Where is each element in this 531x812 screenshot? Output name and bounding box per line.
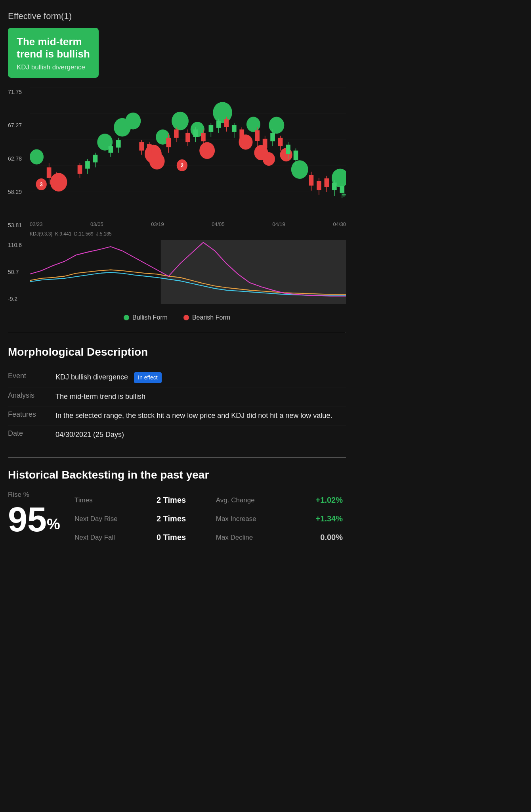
big-number: 95 [8,502,47,537]
kdj-mid: 50.7 [8,269,30,275]
svg-rect-45 [139,142,144,151]
kdj-high: 110.6 [8,242,30,248]
date-0223: 02/23 [30,221,43,227]
svg-rect-49 [166,138,171,147]
bearish-dot [183,315,189,320]
stat-metaval-1: +1.34% [290,509,346,528]
rise-label: Rise % [8,491,71,499]
in-effect-badge: In effect [134,372,162,383]
svg-rect-71 [263,139,267,148]
backtesting-title: Historical Backtesting in the past year [8,469,346,481]
svg-text:3: 3 [40,182,43,188]
kdj-chart: 110.6 50.7 -9.2 [8,240,346,304]
stat-value-1: 2 Times [153,509,213,528]
big-pct: % [47,516,60,533]
desc-row-date: Date 04/30/2021 (25 Days) [8,425,346,444]
features-val: In the selected range, the stock hit a n… [55,406,346,425]
page-title: Effective form(1) [8,11,346,21]
svg-rect-85 [325,178,329,187]
morphological-title: Morphological Description [8,343,346,358]
date-0430: 04/30 [333,221,346,227]
svg-rect-51 [174,130,179,138]
svg-rect-89 [340,186,344,193]
svg-rect-55 [193,130,198,137]
candlestick-area: 3 2 [30,87,346,218]
rise-percent-col: Rise % 95 % [8,491,71,537]
svg-rect-59 [209,125,214,132]
kdj-low: -9.2 [8,296,30,302]
signal-label: KDJ bullish divergence [17,63,90,71]
trend-text: The mid-termtrend is bullish [17,36,90,60]
svg-point-13 [213,102,232,123]
date-0305: 03/05 [90,221,103,227]
svg-text:2: 2 [181,163,183,169]
svg-rect-87 [332,183,337,190]
stat-metalabel-2: Max Decline [213,528,290,547]
kdj-indicator: KDJ(9,3,3) K:9.441 D:11.569 J:5.185 [30,231,112,237]
svg-point-21 [199,142,215,159]
stat-label-0: Times [71,491,153,509]
svg-rect-77 [286,145,290,154]
price-labels: 71.75 67.27 62.78 58.29 53.81 [8,87,30,230]
svg-point-9 [125,113,141,130]
stat-metalabel-1: Max Increase [213,509,290,528]
svg-rect-35 [78,165,82,174]
svg-rect-47 [147,144,152,153]
stat-value-2: 0 Times [153,528,213,547]
svg-rect-81 [309,175,314,186]
svg-rect-79 [294,151,298,160]
legend-bullish: Bullish Form [124,314,168,321]
stat-metaval-0: +1.02% [290,491,346,509]
svg-rect-41 [109,146,113,153]
svg-rect-43 [116,140,121,147]
price-62: 62.78 [8,155,30,162]
svg-point-20 [149,153,165,170]
svg-point-14 [246,117,260,132]
svg-rect-37 [85,161,90,169]
stat-row-0: Times 2 Times Avg. Change +1.02% [71,491,346,509]
date-key: Date [8,425,55,444]
event-val: KDJ bullish divergence In effect [55,368,346,387]
date-0419: 04/19 [272,221,285,227]
bullish-label: Bullish Form [132,314,168,321]
svg-rect-39 [93,155,98,163]
kdj-labels: 110.6 50.7 -9.2 [8,240,30,304]
stat-row-2: Next Day Fall 0 Times Max Decline 0.00% [71,528,346,547]
svg-rect-75 [278,138,283,146]
backtesting-layout: Rise % 95 % Times 2 Times Avg. Change +1… [8,491,346,547]
bearish-label: Bearish Form [192,314,230,321]
svg-point-11 [172,112,189,130]
kdj-label-row: KDJ(9,3,3) K:9.441 D:11.569 J:5.185 [8,230,346,239]
page-container: Effective form(1) The mid-termtrend is b… [0,0,354,563]
svg-rect-57 [201,133,206,141]
svg-rect-61 [216,121,221,128]
legend-row: Bullish Form Bearish Form [8,308,346,329]
price-58: 58.29 [8,189,30,195]
svg-point-6 [30,149,44,165]
svg-rect-31 [47,168,52,178]
analysis-key: Analysis [8,387,55,406]
features-key: Features [8,406,55,425]
date-axis: 02/23 03/05 03/19 04/05 04/19 04/30 [30,218,346,230]
desc-row-event: Event KDJ bullish divergence In effect [8,368,346,387]
svg-point-16 [291,161,308,179]
svg-point-15 [269,117,284,134]
stat-label-1: Next Day Rise [71,509,153,528]
signal-card: The mid-termtrend is bullish KDJ bullish… [8,28,99,78]
price-71: 71.75 [8,89,30,95]
stat-value-0: 2 Times [153,491,213,509]
stat-metalabel-0: Avg. Change [213,491,290,509]
stat-metaval-2: 0.00% [290,528,346,547]
bullish-dot [124,315,129,320]
date-val: 04/30/2021 (25 Days) [55,425,346,444]
svg-rect-73 [270,133,275,141]
svg-rect-67 [239,130,244,139]
desc-row-analysis: Analysis The mid-term trend is bullish [8,387,346,406]
price-53: 53.81 [8,222,30,228]
stat-row-1: Next Day Rise 2 Times Max Increase +1.34… [71,509,346,528]
analysis-val: The mid-term trend is bullish [55,387,346,406]
stats-col: Times 2 Times Avg. Change +1.02% Next Da… [71,491,346,547]
svg-point-24 [263,152,275,166]
date-0405: 04/05 [212,221,225,227]
svg-rect-63 [224,119,229,127]
